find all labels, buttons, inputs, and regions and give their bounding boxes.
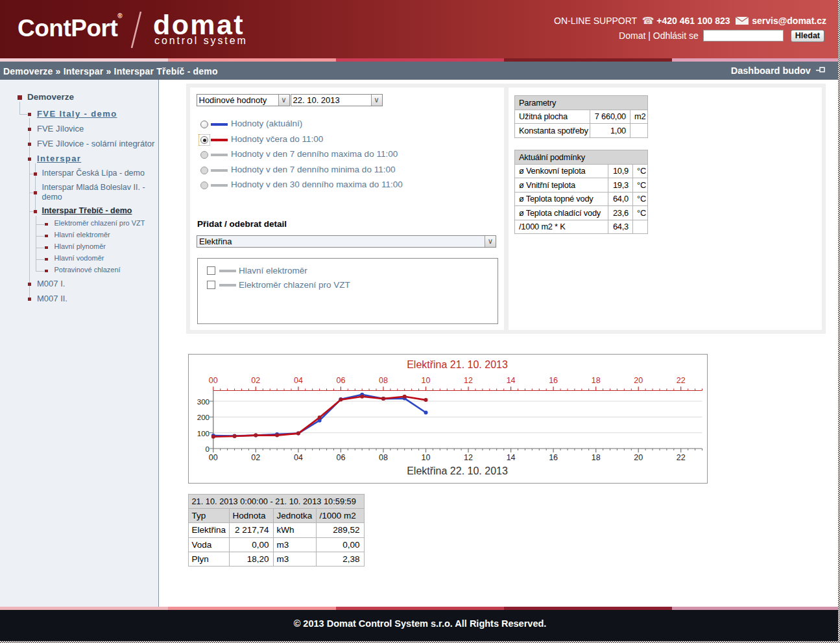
svg-text:16: 16 (549, 453, 558, 462)
svg-text:Elektřina 22. 10. 2013: Elektřina 22. 10. 2013 (407, 465, 508, 476)
svg-text:Elektřina 21. 10. 2013: Elektřina 21. 10. 2013 (407, 359, 508, 370)
svg-text:14: 14 (506, 453, 515, 462)
svg-text:08: 08 (379, 453, 388, 462)
svg-text:14: 14 (506, 376, 515, 385)
svg-text:12: 12 (464, 453, 473, 462)
svg-text:02: 02 (251, 453, 260, 462)
svg-text:22: 22 (676, 376, 685, 385)
svg-text:22: 22 (676, 453, 685, 462)
svg-text:00: 00 (208, 453, 217, 462)
svg-text:20: 20 (634, 453, 643, 462)
svg-text:12: 12 (464, 376, 473, 385)
svg-text:200: 200 (197, 414, 209, 421)
svg-text:100: 100 (197, 429, 209, 437)
svg-text:04: 04 (293, 453, 302, 462)
svg-text:300: 300 (197, 397, 209, 405)
svg-text:16: 16 (549, 376, 558, 385)
svg-text:06: 06 (336, 376, 345, 385)
svg-text:06: 06 (336, 453, 345, 462)
svg-text:18: 18 (591, 376, 600, 385)
svg-text:02: 02 (251, 376, 260, 385)
svg-text:10: 10 (421, 453, 430, 462)
svg-text:04: 04 (293, 376, 302, 385)
svg-text:08: 08 (379, 376, 388, 385)
svg-text:18: 18 (591, 453, 600, 462)
svg-text:10: 10 (421, 376, 430, 385)
svg-text:20: 20 (634, 376, 643, 385)
svg-text:0: 0 (205, 445, 209, 452)
svg-text:00: 00 (208, 376, 217, 385)
